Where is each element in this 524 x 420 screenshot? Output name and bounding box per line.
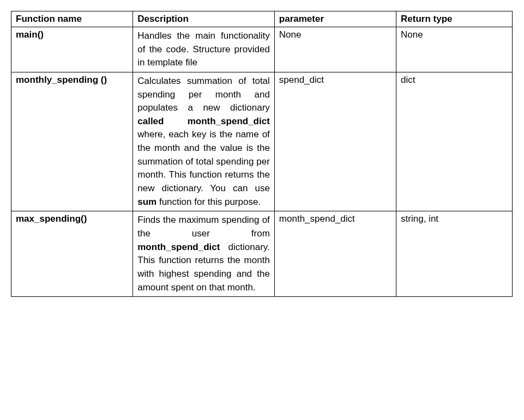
- desc-bold: called month_spend_dict: [137, 116, 270, 126]
- cell-description: Finds the maximum spending of the user f…: [133, 211, 275, 297]
- table-row: main() Handles the main functionality of…: [11, 27, 513, 72]
- cell-return: dict: [396, 72, 513, 211]
- cell-function-name: main(): [11, 27, 133, 72]
- header-return-type: Return type: [396, 11, 513, 27]
- header-description: Description: [133, 11, 275, 27]
- table-row: max_spending() Finds the maximum spendin…: [11, 211, 513, 297]
- header-function-name: Function name: [11, 11, 133, 27]
- cell-parameter: spend_dict: [274, 72, 396, 211]
- cell-description: Calculates summation of total spending p…: [133, 72, 275, 211]
- desc-text: Calculates summation of total spending p…: [137, 76, 270, 113]
- desc-text: where, each key is the name of the month…: [137, 129, 270, 193]
- cell-return: string, int: [396, 211, 513, 297]
- desc-text: function for this purpose.: [156, 197, 261, 207]
- cell-function-name: max_spending(): [11, 211, 133, 297]
- table-row: monthly_spending () Calculates summation…: [11, 72, 513, 211]
- function-spec-table: Function name Description parameter Retu…: [11, 11, 513, 297]
- desc-text: Handles the main functionality of the co…: [137, 31, 270, 68]
- desc-bold: month_spend_dict: [137, 242, 220, 252]
- cell-description: Handles the main functionality of the co…: [133, 27, 275, 72]
- cell-return: None: [396, 27, 513, 72]
- header-parameter: parameter: [274, 11, 396, 27]
- desc-text: Finds the maximum spending of the user f…: [137, 215, 270, 239]
- table-header-row: Function name Description parameter Retu…: [11, 11, 513, 27]
- cell-function-name: monthly_spending (): [11, 72, 133, 211]
- cell-parameter: month_spend_dict: [274, 211, 396, 297]
- cell-parameter: None: [274, 27, 396, 72]
- desc-bold: sum: [137, 197, 156, 207]
